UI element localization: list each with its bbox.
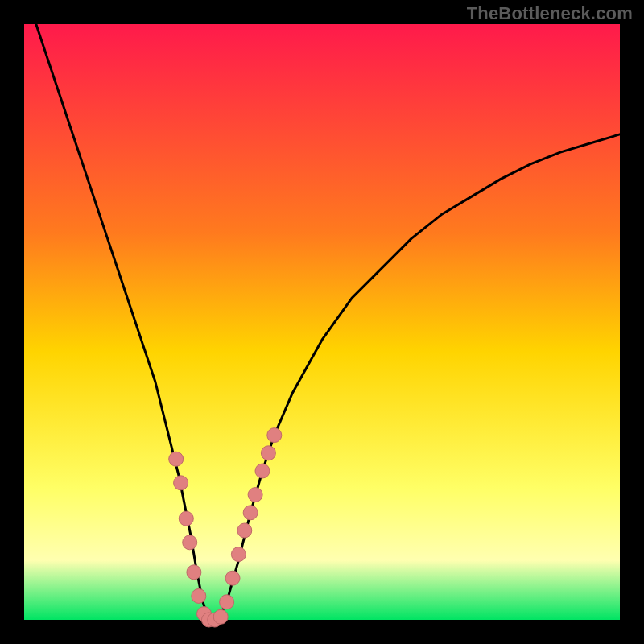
curve-marker xyxy=(248,488,262,502)
bottleneck-chart xyxy=(0,0,644,644)
curve-marker xyxy=(231,547,246,562)
curve-marker xyxy=(213,609,228,624)
curve-marker xyxy=(183,535,197,550)
curve-marker xyxy=(255,464,270,478)
curve-marker xyxy=(243,506,258,520)
plot-background xyxy=(24,24,620,620)
curve-marker xyxy=(169,452,184,466)
curve-marker xyxy=(192,588,206,603)
curve-marker xyxy=(267,428,282,443)
curve-marker xyxy=(237,523,252,538)
curve-marker xyxy=(225,571,240,585)
curve-marker xyxy=(220,595,234,609)
curve-marker xyxy=(174,476,188,490)
watermark-text: TheBottleneck.com xyxy=(467,3,633,24)
curve-marker xyxy=(187,565,201,580)
curve-marker xyxy=(261,446,275,460)
curve-marker xyxy=(179,511,193,526)
